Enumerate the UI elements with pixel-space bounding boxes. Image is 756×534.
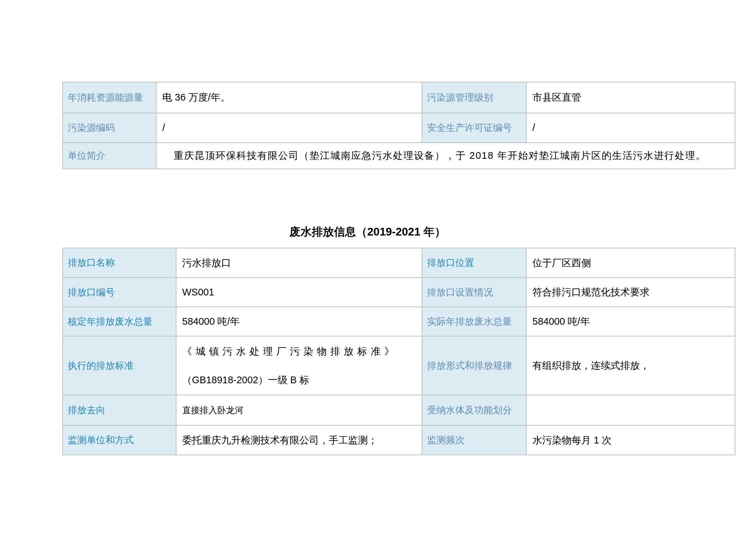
label-monitoring-frequency: 监测频次 [422, 425, 526, 455]
value-discharge-standard: 《城镇污水处理厂污染物排放标准》 （GB18918-2002）一级 B 标 [176, 336, 422, 395]
table-row: 排放口编号 WS001 排放口设置情况 符合排污口规范化技术要求 [63, 278, 735, 307]
label-discharge-standard: 执行的排放标准 [63, 336, 176, 395]
label-receiving-water-body: 受纳水体及功能划分 [422, 395, 526, 425]
label-actual-annual-discharge: 实际年排放废水总量 [422, 307, 526, 336]
label-safety-production-license-no: 安全生产许可证编号 [422, 113, 526, 143]
table-row: 单位简介 重庆昆顶环保科技有限公司（垫江城南应急污水处理设备），于 2018 年… [63, 143, 735, 169]
table-row: 污染源编码 / 安全生产许可证编号 / [63, 113, 735, 143]
value-receiving-water-body [526, 395, 735, 425]
discharge-standard-line2: （GB18918-2002）一级 B 标 [182, 373, 417, 387]
label-pollution-source-code: 污染源编码 [63, 113, 156, 143]
value-safety-production-license-no: / [526, 113, 735, 143]
value-monitoring-frequency: 水污染物每月 1 次 [526, 425, 735, 455]
label-discharge-form-and-pattern: 排放形式和排放规律 [422, 336, 526, 395]
label-monitoring-unit-and-method: 监测单位和方式 [63, 425, 176, 455]
table-row: 执行的排放标准 《城镇污水处理厂污染物排放标准》 （GB18918-2002）一… [63, 336, 735, 395]
enterprise-info-table: 年消耗资源能源量 电 36 万度/年。 污染源管理级别 市县区直管 污染源编码 … [62, 82, 735, 169]
label-annual-energy-consumption: 年消耗资源能源量 [63, 82, 156, 113]
value-outlet-name: 污水排放口 [176, 248, 422, 278]
section-title-wastewater-discharge: 废水排放信息（2019-2021 年） [31, 224, 704, 240]
label-outlet-name: 排放口名称 [63, 248, 176, 278]
value-pollution-source-management-level: 市县区直管 [526, 82, 735, 113]
document-content: 年消耗资源能源量 电 36 万度/年。 污染源管理级别 市县区直管 污染源编码 … [62, 0, 735, 455]
label-outlet-number: 排放口编号 [63, 278, 176, 307]
value-outlet-number: WS001 [176, 278, 422, 307]
label-approved-annual-discharge: 核定年排放废水总量 [63, 307, 176, 336]
value-outlet-location: 位于厂区西侧 [526, 248, 735, 278]
label-company-profile: 单位简介 [63, 143, 156, 169]
label-pollution-source-management-level: 污染源管理级别 [422, 82, 526, 113]
label-discharge-destination: 排放去向 [63, 395, 176, 425]
table-row: 监测单位和方式 委托重庆九升检测技术有限公司，手工监测； 监测频次 水污染物每月… [63, 425, 735, 455]
label-outlet-location: 排放口位置 [422, 248, 526, 278]
table-row: 核定年排放废水总量 584000 吨/年 实际年排放废水总量 584000 吨/… [63, 307, 735, 336]
value-discharge-form-and-pattern: 有组织排放，连续式排放， [526, 336, 735, 395]
table-row: 年消耗资源能源量 电 36 万度/年。 污染源管理级别 市县区直管 [63, 82, 735, 113]
wastewater-discharge-table: 排放口名称 污水排放口 排放口位置 位于厂区西侧 排放口编号 WS001 排放口… [62, 248, 735, 455]
value-annual-energy-consumption: 电 36 万度/年。 [156, 82, 422, 113]
table-row: 排放口名称 污水排放口 排放口位置 位于厂区西侧 [63, 248, 735, 278]
value-monitoring-unit-and-method: 委托重庆九升检测技术有限公司，手工监测； [176, 425, 422, 455]
value-outlet-setup-status: 符合排污口规范化技术要求 [526, 278, 735, 307]
value-actual-annual-discharge: 584000 吨/年 [526, 307, 735, 336]
table-row: 排放去向 直接排入卧龙河 受纳水体及功能划分 [63, 395, 735, 425]
value-approved-annual-discharge: 584000 吨/年 [176, 307, 422, 336]
discharge-standard-line1: 《城镇污水处理厂污染物排放标准》 [182, 345, 417, 358]
value-company-profile: 重庆昆顶环保科技有限公司（垫江城南应急污水处理设备），于 2018 年开始对垫江… [156, 143, 735, 169]
value-discharge-destination: 直接排入卧龙河 [176, 395, 422, 425]
label-outlet-setup-status: 排放口设置情况 [422, 278, 526, 307]
value-pollution-source-code: / [156, 113, 422, 143]
